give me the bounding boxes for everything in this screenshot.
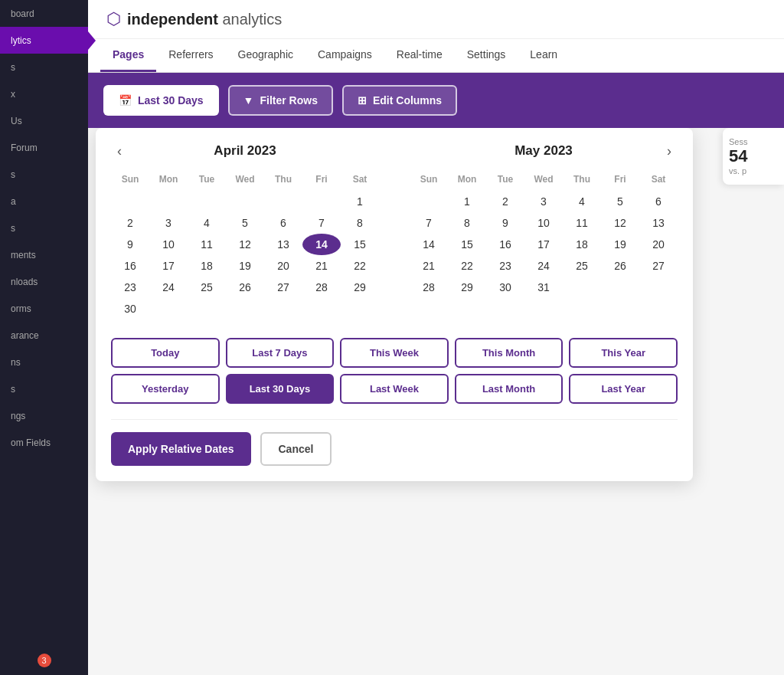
tab-pages[interactable]: Pages [100,39,156,72]
calendar-day[interactable]: 8 [341,212,379,234]
sidebar-item-2[interactable]: s [0,54,88,80]
quick-btn-yesterday[interactable]: Yesterday [111,374,220,404]
calendar-day[interactable]: 3 [149,212,188,234]
quick-btn-this-week[interactable]: This Week [340,338,449,368]
calendar-day[interactable]: 3 [524,191,563,212]
quick-btn-last30[interactable]: Last 30 Days [226,374,335,404]
calendar-day[interactable]: 29 [341,277,379,298]
calendar-day[interactable]: 22 [448,255,486,277]
calendar-day[interactable]: 1 [341,191,379,212]
sidebar-item-7[interactable]: a [0,188,88,215]
calendar-day[interactable]: 17 [149,255,188,277]
calendar-day[interactable]: 20 [264,255,302,277]
calendar-day[interactable]: 22 [341,255,379,277]
calendar-day[interactable]: 23 [111,277,149,298]
calendar-day[interactable]: 25 [563,255,601,277]
calendar-day[interactable]: 27 [639,255,678,277]
calendar-day[interactable]: 16 [111,255,149,277]
sidebar-item-forms[interactable]: orms [0,295,88,322]
quick-btn-last7[interactable]: Last 7 Days [226,338,335,368]
sidebar-item-ments[interactable]: ments [0,241,88,268]
tab-referrers[interactable]: Referrers [156,39,225,72]
sidebar-item-appearance[interactable]: arance [0,322,88,349]
calendar-day[interactable]: 30 [111,298,149,319]
calendar-day[interactable]: 2 [486,191,524,212]
calendar-day[interactable]: 20 [639,234,678,255]
quick-btn-this-year[interactable]: This Year [569,338,678,368]
calendar-day[interactable]: 11 [188,234,226,255]
calendar-day[interactable]: 18 [188,255,226,277]
calendar-day[interactable]: 27 [264,277,302,298]
quick-btn-this-month[interactable]: This Month [455,338,564,368]
calendar-day[interactable]: 2 [111,212,149,234]
tab-realtime[interactable]: Real-time [384,39,455,72]
sidebar-item-s[interactable]: s [0,375,88,402]
calendar-day[interactable]: 9 [486,212,524,234]
quick-btn-last-month[interactable]: Last Month [455,374,564,404]
sidebar-item-3[interactable]: x [0,80,88,107]
calendar-day[interactable]: 13 [639,212,678,234]
sidebar-item-us[interactable]: Us [0,107,88,134]
calendar-day[interactable]: 4 [188,212,226,234]
sidebar-item-ns[interactable]: ns [0,349,88,375]
calendar-day[interactable]: 24 [524,255,563,277]
calendar-day[interactable]: 29 [448,277,486,298]
sidebar-item-board[interactable]: board [0,0,88,27]
tab-settings[interactable]: Settings [455,39,518,72]
calendar-day[interactable]: 7 [410,212,448,234]
calendar-day[interactable]: 21 [302,255,341,277]
calendar-day[interactable]: 9 [111,234,149,255]
calendar-day[interactable]: 12 [601,212,639,234]
calendar-day[interactable]: 28 [410,277,448,298]
apply-relative-dates-button[interactable]: Apply Relative Dates [111,432,251,466]
calendar-day[interactable]: 26 [226,277,264,298]
calendar-day[interactable]: 17 [524,234,563,255]
calendar-day[interactable]: 25 [188,277,226,298]
sidebar-item-analytics[interactable]: lytics [0,27,88,54]
sidebar-item-forum[interactable]: Forum [0,134,88,161]
calendar-day[interactable]: 7 [302,212,341,234]
prev-month-button[interactable]: ‹ [111,140,128,162]
calendar-day[interactable]: 19 [601,234,639,255]
tab-geographic[interactable]: Geographic [226,39,305,72]
calendar-day[interactable]: 26 [601,255,639,277]
calendar-day[interactable]: 10 [524,212,563,234]
sidebar-item-settings[interactable]: ngs [0,402,88,429]
tab-campaigns[interactable]: Campaigns [305,39,384,72]
quick-btn-last-week[interactable]: Last Week [340,374,449,404]
calendar-day[interactable]: 10 [149,234,188,255]
calendar-day[interactable]: 6 [639,191,678,212]
calendar-day[interactable]: 1 [448,191,486,212]
calendar-day[interactable]: 13 [264,234,302,255]
calendar-day[interactable]: 24 [149,277,188,298]
calendar-day[interactable]: 5 [601,191,639,212]
filter-rows-button[interactable]: ▼ Filter Rows [228,85,333,116]
calendar-day[interactable]: 31 [524,277,563,298]
quick-btn-last-year[interactable]: Last Year [569,374,678,404]
calendar-day[interactable]: 19 [226,255,264,277]
edit-columns-button[interactable]: ⊞ Edit Columns [342,85,457,116]
cancel-button[interactable]: Cancel [260,432,332,466]
sidebar-item-6[interactable]: s [0,161,88,188]
calendar-day[interactable]: 14 [410,234,448,255]
calendar-day[interactable]: 28 [302,277,341,298]
next-month-button[interactable]: › [661,140,678,162]
calendar-day[interactable]: 23 [486,255,524,277]
calendar-day[interactable]: 18 [563,234,601,255]
calendar-day[interactable]: 16 [486,234,524,255]
quick-btn-today[interactable]: Today [111,338,220,368]
sidebar-item-downloads[interactable]: nloads [0,268,88,295]
calendar-day[interactable]: 21 [410,255,448,277]
calendar-day[interactable]: 4 [563,191,601,212]
sidebar-item-8[interactable]: s [0,215,88,241]
calendar-day[interactable]: 11 [563,212,601,234]
sidebar-item-custom-fields[interactable]: om Fields [0,429,88,456]
calendar-day[interactable]: 30 [486,277,524,298]
calendar-day[interactable]: 15 [341,234,379,255]
calendar-day[interactable]: 5 [226,212,264,234]
date-range-button[interactable]: 📅 Last 30 Days [103,85,219,116]
calendar-day[interactable]: 6 [264,212,302,234]
calendar-day[interactable]: 8 [448,212,486,234]
calendar-day[interactable]: 14 [302,234,341,255]
tab-learn[interactable]: Learn [518,39,570,72]
